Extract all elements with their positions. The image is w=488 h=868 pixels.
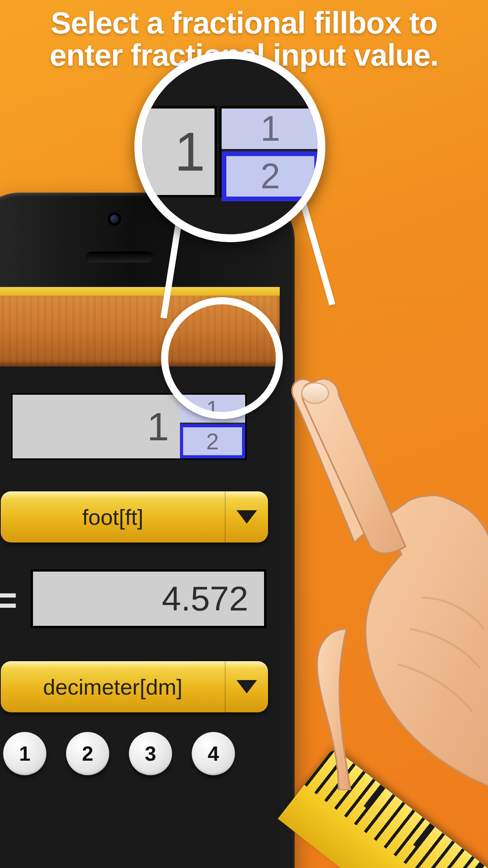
magnifier-callout: 1 1 2 bbox=[134, 51, 325, 242]
magnifier-denominator: 2 bbox=[222, 151, 319, 201]
output-value-box: 4.572 bbox=[31, 569, 266, 628]
svg-point-0 bbox=[302, 383, 328, 403]
from-unit-label: foot[ft] bbox=[1, 504, 225, 530]
numeric-keypad: 1 2 3 4 bbox=[3, 732, 278, 775]
key-4[interactable]: 4 bbox=[192, 732, 235, 775]
numerator-input[interactable]: 1 bbox=[180, 395, 245, 424]
to-unit-chevron bbox=[225, 661, 268, 712]
equals-label: = bbox=[0, 579, 17, 622]
app-body: 1 1 2 foot[ft] = 4.572 decimeter[dm] bbox=[0, 366, 280, 868]
chevron-down-icon bbox=[237, 510, 257, 524]
fraction-container: 1 2 bbox=[180, 395, 245, 458]
wood-header bbox=[0, 296, 280, 366]
denominator-input[interactable]: 2 bbox=[180, 424, 245, 458]
app-screen: 1 1 2 foot[ft] = 4.572 decimeter[dm] bbox=[0, 287, 280, 868]
key-3[interactable]: 3 bbox=[129, 732, 172, 775]
ruler-icon bbox=[278, 658, 488, 868]
key-2[interactable]: 2 bbox=[66, 732, 109, 775]
from-unit-dropdown[interactable]: foot[ft] bbox=[1, 491, 268, 542]
status-strip bbox=[0, 287, 280, 296]
fraction-input-row: 1 1 2 bbox=[11, 393, 247, 460]
from-unit-chevron bbox=[225, 491, 268, 542]
magnifier-numerator: 1 bbox=[222, 108, 319, 151]
phone-mockup: 1 1 2 foot[ft] = 4.572 decimeter[dm] bbox=[0, 193, 295, 868]
magnifier-fraction: 1 2 bbox=[219, 106, 321, 197]
whole-number-input[interactable]: 1 bbox=[13, 395, 182, 458]
chevron-down-icon bbox=[237, 680, 257, 693]
magnifier-whole: 1 bbox=[134, 106, 217, 197]
key-1[interactable]: 1 bbox=[3, 732, 46, 775]
to-unit-label: decimeter[dm] bbox=[1, 674, 225, 700]
to-unit-dropdown[interactable]: decimeter[dm] bbox=[1, 661, 268, 712]
